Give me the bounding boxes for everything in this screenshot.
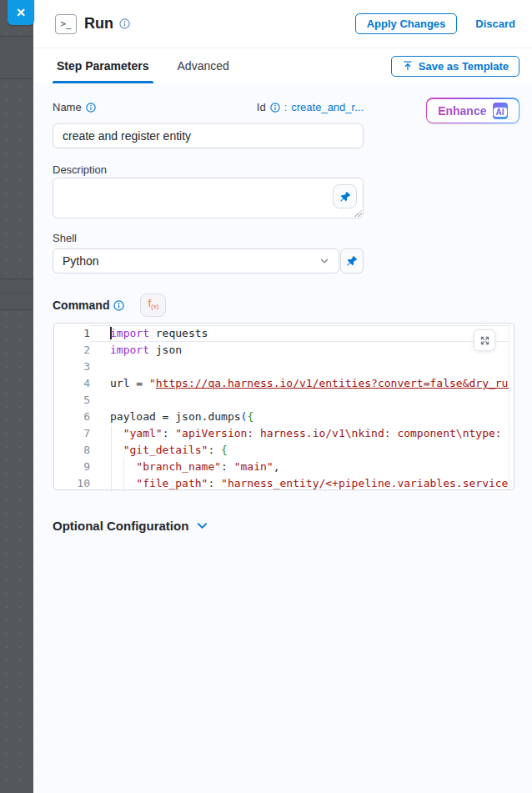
apply-changes-button[interactable]: Apply Changes xyxy=(355,13,458,34)
line-number: 10 xyxy=(54,475,90,489)
command-editor-lines: 1import requests2import json34url = "htt… xyxy=(54,325,509,489)
code-content: import json xyxy=(90,342,509,359)
pin-icon xyxy=(346,255,358,267)
code-content xyxy=(90,392,509,409)
close-icon: ✕ xyxy=(16,6,26,19)
command-label: Command xyxy=(53,299,124,312)
discard-button[interactable]: Discard xyxy=(475,18,515,30)
step-id: Id : create_and_r... xyxy=(257,101,364,113)
indent-guide xyxy=(111,425,112,492)
line-number: 7 xyxy=(54,425,90,442)
id-value: create_and_r... xyxy=(291,101,364,113)
name-label: Name xyxy=(53,101,96,113)
code-content: "branch_name": "main", xyxy=(90,459,509,475)
code-line[interactable]: 1import requests xyxy=(54,325,509,342)
ai-badge: AI xyxy=(493,103,508,119)
description-textarea[interactable] xyxy=(53,178,364,218)
code-line[interactable]: 3 xyxy=(54,359,509,375)
line-number: 1 xyxy=(54,325,90,342)
code-content xyxy=(90,359,509,375)
close-drawer-button[interactable]: ✕ xyxy=(8,0,34,25)
line-number: 4 xyxy=(54,375,90,392)
description-label: Description xyxy=(53,163,107,176)
name-id-row: Name Id : create_and_r... xyxy=(53,101,364,113)
description-pin-button[interactable] xyxy=(333,184,357,208)
code-line[interactable]: 7 "yaml": "apiVersion: harness.io/v1\nki… xyxy=(54,425,509,442)
step-title: Run xyxy=(84,15,113,33)
code-content: payload = json.dumps({ xyxy=(90,409,509,425)
upload-template-icon xyxy=(402,60,414,72)
tabs-row: Step Parameters Advanced Save as Templat… xyxy=(33,48,532,83)
pin-icon xyxy=(339,191,351,203)
chevron-down-icon xyxy=(319,256,329,266)
code-line[interactable]: 9 "branch_name": "main", xyxy=(54,459,509,475)
shell-value: Python xyxy=(63,254,99,268)
code-content: "git_details": { xyxy=(90,442,509,459)
expand-editor-button[interactable] xyxy=(474,329,495,351)
terminal-step-icon: >_ xyxy=(55,14,77,34)
step-info-icon[interactable] xyxy=(119,18,130,29)
optional-configuration-toggle[interactable]: Optional Configuration xyxy=(53,519,208,533)
command-row: Command f(x) xyxy=(53,294,166,317)
canvas-divider xyxy=(0,293,33,294)
line-number: 9 xyxy=(54,459,90,475)
code-content: import requests xyxy=(90,325,509,342)
code-line[interactable]: 10 "file_path": "harness_entity/<+pipeli… xyxy=(54,475,509,489)
line-number: 6 xyxy=(54,409,90,425)
canvas-panel-band xyxy=(0,37,33,78)
canvas-divider xyxy=(0,78,33,79)
code-content: "yaml": "apiVersion: harness.io/v1\nkind… xyxy=(90,425,509,442)
pipeline-canvas-strip xyxy=(0,0,33,793)
step-config-drawer: >_ Run Apply Changes Discard Step Parame… xyxy=(33,0,532,793)
editor-scrollbar-track[interactable] xyxy=(509,324,509,489)
line-number: 3 xyxy=(54,359,90,375)
save-as-template-button[interactable]: Save as Template xyxy=(391,56,519,77)
line-number: 5 xyxy=(54,392,90,409)
code-line[interactable]: 2import json xyxy=(54,342,509,359)
fx-expression-button[interactable]: f(x) xyxy=(140,294,166,317)
screen: ✕ >_ Run Apply Changes Discard Step Para… xyxy=(0,0,532,793)
expand-icon xyxy=(479,335,490,346)
enhance-label: Enhance xyxy=(438,104,486,118)
code-content: url = "https://qa.harness.io/v1/entities… xyxy=(90,375,509,392)
shell-pin-button[interactable] xyxy=(340,248,364,274)
tab-step-parameters[interactable]: Step Parameters xyxy=(53,48,153,83)
line-number: 2 xyxy=(54,342,90,359)
drawer-header: >_ Run Apply Changes Discard xyxy=(33,0,532,48)
code-content: "file_path": "harness_entity/<+pipeline.… xyxy=(90,475,509,489)
shell-select[interactable]: Python xyxy=(53,248,339,274)
tab-advanced[interactable]: Advanced xyxy=(173,48,233,83)
shell-label: Shell xyxy=(53,232,77,244)
chevron-down-icon xyxy=(196,519,208,532)
enhance-ai-button[interactable]: Enhance AI xyxy=(426,98,519,123)
command-info-icon[interactable] xyxy=(113,300,124,311)
name-input[interactable] xyxy=(53,123,364,148)
code-line[interactable]: 8 "git_details": { xyxy=(54,442,509,459)
step-parameters-panel: Enhance AI Name Id xyxy=(33,83,532,793)
name-info-icon[interactable] xyxy=(86,103,96,113)
indent-guide xyxy=(123,459,124,491)
textarea-resize-handle[interactable] xyxy=(354,209,362,217)
canvas-divider xyxy=(0,309,33,310)
id-label: Id xyxy=(257,101,266,113)
line-number: 8 xyxy=(54,442,90,459)
header-actions: Apply Changes Discard xyxy=(355,13,515,34)
id-info-icon[interactable] xyxy=(270,103,280,113)
code-line[interactable]: 5 xyxy=(54,392,509,409)
code-line[interactable]: 4url = "https://qa.harness.io/v1/entitie… xyxy=(54,375,509,392)
command-code-editor[interactable]: 1import requests2import json34url = "htt… xyxy=(53,323,514,490)
description-field xyxy=(53,178,364,218)
canvas-panel-band xyxy=(0,279,33,309)
code-line[interactable]: 6payload = json.dumps({ xyxy=(54,409,509,425)
